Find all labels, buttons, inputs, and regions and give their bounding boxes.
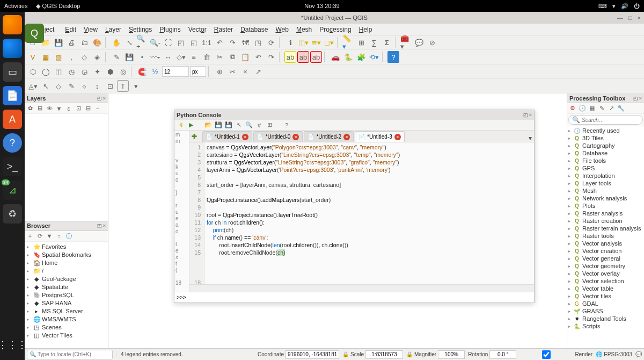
adv-5-icon[interactable]: ◶ — [78, 66, 90, 77]
proc-model-icon[interactable]: ⚙ — [568, 104, 577, 113]
browser-item[interactable]: ◆SAP HANA — [26, 299, 107, 307]
help-icon[interactable]: ? — [387, 51, 399, 63]
dock-sysmon[interactable]: 34⊿ — [3, 181, 22, 200]
pc-tab[interactable]: 📄*Untitled-0× — [253, 131, 303, 142]
render-checkbox[interactable] — [519, 350, 573, 359]
add-vector-icon[interactable]: V — [27, 51, 39, 63]
adv-3-icon[interactable]: ◫ — [53, 66, 64, 77]
pc-prompt[interactable]: >>> — [174, 292, 534, 303]
refresh-icon[interactable]: ⟳ — [265, 37, 277, 48]
attrs-icon[interactable]: ⊞ — [355, 37, 367, 48]
layers-expr-icon[interactable]: ε — [64, 104, 73, 113]
toolbox-item[interactable]: QRaster creation — [567, 217, 644, 225]
tab-close-icon[interactable]: × — [242, 134, 248, 140]
keyboard-icon[interactable]: ⌨ — [598, 3, 607, 10]
locator-input[interactable] — [38, 351, 110, 357]
toolbox-item[interactable]: QCartography — [567, 142, 644, 149]
toolbox-item[interactable]: QLayer tools — [567, 179, 644, 187]
dock-software[interactable]: A — [3, 110, 22, 129]
pc-object-icon[interactable]: ⊞ — [265, 121, 274, 129]
toolbox-item[interactable]: QRaster terrain analysis — [567, 225, 644, 232]
toolbox-item[interactable]: QInterpolation — [567, 172, 644, 179]
pc-close-icon[interactable]: × — [529, 112, 532, 118]
toolbox-icon[interactable]: 🧰▾ — [400, 37, 412, 48]
browser-item[interactable]: 🐘PostgreSQL — [26, 291, 107, 299]
proc-options2-icon[interactable]: 🔧 — [617, 104, 625, 113]
cut-icon[interactable]: ✂ — [214, 51, 225, 63]
volume-icon[interactable]: 🔊 — [621, 3, 628, 10]
browser-item[interactable]: ◳Scenes — [26, 323, 107, 332]
toolbox-item[interactable]: QVector analysis — [567, 240, 644, 247]
new-map-view-icon[interactable]: 🗺 — [239, 37, 251, 48]
add-raster-icon[interactable]: ▦ — [40, 51, 52, 63]
paste-icon[interactable]: 📋 — [239, 51, 251, 63]
proc-edit-icon[interactable]: ✎ — [597, 104, 606, 113]
messages-icon[interactable]: 💬 — [635, 351, 642, 357]
field-calc-icon[interactable]: ∑ — [368, 37, 380, 48]
adv-8-icon[interactable]: ◎ — [117, 66, 129, 77]
menu-edit[interactable]: Edit — [62, 25, 79, 34]
topo-4-icon[interactable]: ↗ — [252, 66, 264, 77]
browser-item[interactable]: ◫Vector Tiles — [26, 332, 107, 340]
add-mesh-icon[interactable]: ▧ — [53, 51, 64, 63]
dock-files[interactable]: ▭ — [3, 62, 22, 82]
zoom-in-icon[interactable]: 🔍+ — [136, 37, 148, 48]
coord-input[interactable] — [286, 350, 339, 359]
menu-layer[interactable]: Layer — [102, 25, 125, 34]
stats-icon[interactable]: Σ — [381, 37, 393, 48]
pc-cursor-icon[interactable]: ↖ — [235, 121, 243, 129]
dock-writer[interactable]: 📄 — [3, 86, 22, 105]
select-icon[interactable]: ◫▾ — [297, 37, 309, 48]
toolbox-item[interactable]: QVector general — [567, 255, 644, 262]
no-action-icon[interactable]: ⊘ — [426, 37, 438, 48]
browser-tree[interactable]: ⭐Favorites🔖Spatial Bookmarks🏠Home📁/◆GeoP… — [25, 242, 108, 349]
toolbox-item[interactable]: QVector creation — [567, 247, 644, 255]
history-icon[interactable]: ⟲▾ — [368, 51, 380, 63]
topo-1-icon[interactable]: ⊕ — [214, 66, 225, 77]
browser-collapse-icon[interactable]: ↑ — [55, 232, 63, 240]
processing-search-input[interactable] — [582, 117, 639, 123]
redo-icon[interactable]: ↷ — [265, 51, 277, 63]
pc-clear-icon[interactable]: ↯ — [177, 121, 185, 129]
toolbox-item[interactable]: QVector overlay — [567, 270, 644, 277]
browser-item[interactable]: 🌐WMS/WMTS — [26, 315, 107, 323]
annot-text-drop-icon[interactable]: ▾ — [130, 80, 142, 92]
browser-close-icon[interactable]: × — [103, 223, 106, 228]
app-indicator[interactable]: ◆ QGIS Desktop — [36, 3, 80, 10]
toolbox-item[interactable]: QVector selection — [567, 277, 644, 285]
annot-7-icon[interactable]: ⊡ — [104, 80, 116, 92]
modify-attrs-icon[interactable]: ≡ — [188, 51, 200, 63]
scale-input[interactable] — [365, 350, 403, 359]
browser-filter-icon[interactable]: ▼ — [45, 232, 54, 240]
toolbox-item[interactable]: 🕓Recently used — [567, 127, 644, 134]
snap-size-input[interactable] — [162, 66, 189, 77]
toolbox-item[interactable]: QDatabase — [567, 149, 644, 157]
toolbox-item[interactable]: GGDAL — [567, 300, 644, 307]
toolbox-item[interactable]: QFile tools — [567, 157, 644, 164]
tips-icon[interactable]: 💬 — [413, 37, 425, 48]
layers-close-icon[interactable]: × — [103, 96, 106, 101]
snap-12-icon[interactable]: ½ — [149, 66, 161, 77]
zoom-out-icon[interactable]: 🔍- — [149, 37, 161, 48]
processing-undock-icon[interactable]: ◰ — [633, 96, 638, 101]
move-feature-icon[interactable]: ↔ — [162, 51, 174, 63]
browser-refresh-icon[interactable]: ⟳ — [35, 232, 44, 240]
pc-add-tab-icon[interactable]: ✚ — [192, 133, 199, 140]
toolbox-item[interactable]: QPlots — [567, 202, 644, 210]
label-icon[interactable]: ab — [284, 51, 296, 63]
pc-help-icon[interactable]: ? — [282, 121, 291, 129]
style-manager-icon[interactable]: 🎨 — [91, 37, 103, 48]
vertex-tool-icon[interactable]: ◇▾ — [175, 51, 187, 63]
pc-tab[interactable]: 📄*Untitled-2× — [304, 131, 354, 142]
copy-icon[interactable]: ⧉ — [226, 51, 238, 63]
dock-firefox[interactable] — [3, 15, 22, 34]
tab-close-icon[interactable]: × — [394, 134, 401, 140]
browser-item[interactable]: 🔖Spatial Bookmarks — [26, 251, 107, 259]
add-csv-icon[interactable]: , — [65, 51, 77, 63]
dock-apps[interactable]: ⋮⋮⋮ — [3, 335, 22, 355]
label-3-icon[interactable]: ab — [310, 51, 322, 63]
pc-tab[interactable]: 📄*Untitled-1× — [202, 131, 252, 142]
zoom-layer-icon[interactable]: ◱ — [188, 37, 200, 48]
browser-item[interactable]: 🏠Home — [26, 259, 107, 267]
pc-open-icon[interactable]: 📂 — [204, 121, 213, 129]
